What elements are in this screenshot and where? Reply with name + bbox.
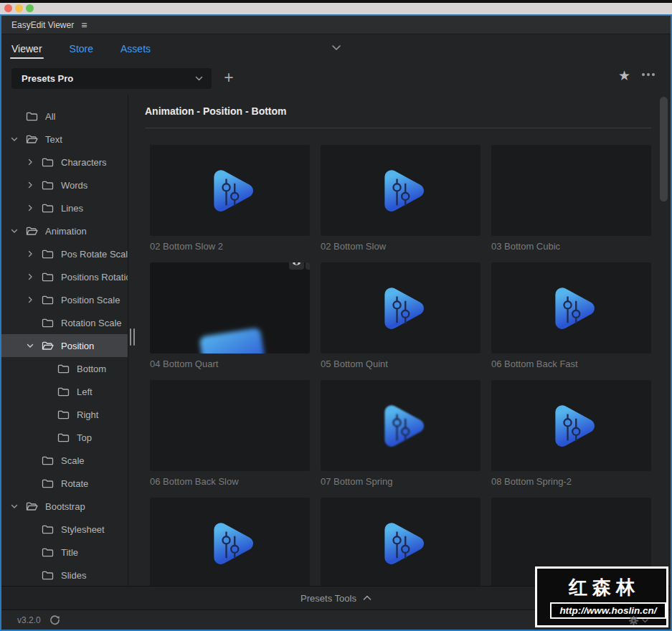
preset-thumbnail[interactable] [150, 380, 310, 471]
main-area: All Text Characters Words Lines [1, 95, 671, 586]
preset-thumbnail[interactable] [321, 380, 481, 471]
preset-label: 07 Bottom Spring [321, 476, 481, 487]
tree-item-text[interactable]: Text [1, 128, 128, 151]
watermark-box: 红森林 http://www.hoslin.cn/ [535, 566, 668, 627]
gear-icon [628, 615, 639, 626]
preset-thumbnail[interactable] [491, 145, 651, 236]
folder-icon [42, 524, 54, 534]
preset-thumbnail[interactable] [321, 145, 481, 236]
star-outline-icon [308, 262, 310, 267]
preset-cell [150, 498, 310, 586]
chevron-right-icon[interactable] [24, 204, 36, 212]
easyedit-logo-icon [202, 163, 258, 219]
preset-label: 03 Bottom Cubic [491, 241, 651, 252]
chevron-down-icon[interactable] [9, 229, 20, 234]
preset-thumbnail[interactable] [150, 498, 310, 586]
tab-viewer[interactable]: Viewer [11, 34, 42, 63]
open-folder-icon [42, 341, 54, 351]
preset-pack-select-value: Presets Pro [22, 73, 73, 84]
tree-item-pos-rotate-scale[interactable]: Pos Rotate Scale [1, 242, 128, 265]
tree-item-top[interactable]: Top [1, 426, 128, 449]
tree-item-scale[interactable]: Scale [1, 449, 128, 472]
tab-store[interactable]: Store [70, 34, 93, 63]
more-options-ellipsis-icon[interactable] [642, 73, 655, 76]
minimize-window-button[interactable] [15, 4, 23, 12]
easyedit-logo-icon [373, 398, 429, 454]
tree-item-stylesheet[interactable]: Stylesheet [1, 518, 128, 541]
tree-item-bottom[interactable]: Bottom [1, 357, 128, 380]
breadcrumb-title: Animation - Position - Bottom [145, 105, 287, 117]
tree-item-rotate[interactable]: Rotate [1, 472, 128, 495]
chevron-down-icon[interactable] [9, 504, 20, 509]
easyedit-logo-icon [373, 516, 429, 571]
open-folder-icon [26, 501, 38, 511]
refresh-icon[interactable] [49, 615, 60, 625]
favorite-star-button[interactable] [306, 262, 310, 270]
preset-thumbnail-hovered[interactable] [150, 262, 310, 354]
chevron-down-icon [195, 76, 203, 81]
folder-icon [57, 409, 70, 419]
panel-group-chevron-down-icon[interactable] [331, 44, 341, 51]
chevron-right-icon[interactable] [24, 158, 36, 166]
folder-icon [42, 547, 54, 557]
folder-icon [42, 478, 54, 488]
tree-item-lines[interactable]: Lines [1, 196, 128, 219]
tree-item-bootstrap[interactable]: Bootstrap [1, 495, 128, 518]
tree-item-slides[interactable]: Slides [1, 564, 128, 586]
folder-tree-sidebar: All Text Characters Words Lines [1, 95, 128, 586]
presets-tools-label: Presets Tools [300, 593, 356, 604]
tree-item-title[interactable]: Title [1, 541, 128, 564]
chevron-right-icon[interactable] [24, 250, 36, 257]
folder-icon [42, 570, 54, 580]
preset-thumbnail[interactable] [321, 498, 481, 586]
chevron-right-icon[interactable] [24, 181, 36, 189]
preset-cell [321, 498, 481, 586]
folder-icon [42, 295, 54, 305]
eye-icon [292, 262, 301, 267]
chevron-down-icon[interactable] [9, 137, 20, 142]
preview-eye-button[interactable] [289, 262, 304, 270]
chevron-down-icon[interactable] [24, 343, 36, 348]
preset-label: 02 Bottom Slow 2 [150, 241, 310, 252]
tree-item-rotation-scale[interactable]: Rotation Scale [1, 311, 128, 334]
preset-cell: 05 Bottom Quint [321, 262, 481, 380]
tree-item-all[interactable]: All [1, 105, 128, 128]
folder-icon [42, 203, 54, 213]
version-label: v3.2.0 [17, 615, 41, 625]
tree-item-characters[interactable]: Characters [1, 151, 128, 174]
tree-item-right[interactable]: Right [1, 403, 128, 426]
vertical-scrollbar-thumb[interactable] [660, 97, 668, 201]
hamburger-menu-icon[interactable]: ≡ [81, 20, 87, 30]
tree-item-position-scale[interactable]: Position Scale [1, 288, 128, 311]
folder-icon [57, 432, 70, 442]
preset-pack-select[interactable]: Presets Pro [11, 68, 212, 89]
settings-control[interactable] [628, 615, 648, 626]
preset-thumbnail[interactable] [491, 262, 651, 354]
easyedit-logo-icon [373, 163, 429, 219]
mac-titlebar [0, 0, 672, 14]
preset-cell: 06 Bottom Back Fast [491, 262, 651, 380]
preset-thumbnail[interactable] [491, 380, 651, 471]
chevron-right-icon[interactable] [24, 296, 36, 303]
zoom-window-button[interactable] [26, 4, 34, 12]
folder-icon [42, 318, 54, 328]
tree-item-position[interactable]: Position [1, 334, 128, 357]
preset-cell: 08 Bottom Spring-2 [491, 380, 651, 498]
panel-title: EasyEdit Viewer [11, 20, 74, 30]
panel-header: EasyEdit Viewer ≡ [1, 16, 671, 34]
close-window-button[interactable] [4, 4, 12, 12]
preset-thumbnail[interactable] [150, 145, 310, 236]
favorites-star-icon[interactable]: ★ [618, 67, 630, 84]
animating-logo-preview [199, 328, 265, 354]
tab-assets[interactable]: Assets [120, 34, 151, 63]
tree-item-words[interactable]: Words [1, 174, 128, 196]
tree-item-positions-rotation[interactable]: Positions Rotation [1, 265, 128, 288]
tree-item-animation[interactable]: Animation [1, 219, 128, 242]
chevron-right-icon[interactable] [24, 273, 36, 280]
preset-label: 08 Bottom Spring-2 [491, 476, 651, 487]
tree-item-left[interactable]: Left [1, 380, 128, 403]
preset-grid: 02 Bottom Slow 2 02 Bottom Slow 03 Botto… [150, 145, 651, 586]
preset-thumbnail[interactable] [321, 262, 481, 354]
folder-icon [42, 157, 54, 167]
add-preset-pack-button[interactable]: + [219, 67, 238, 88]
